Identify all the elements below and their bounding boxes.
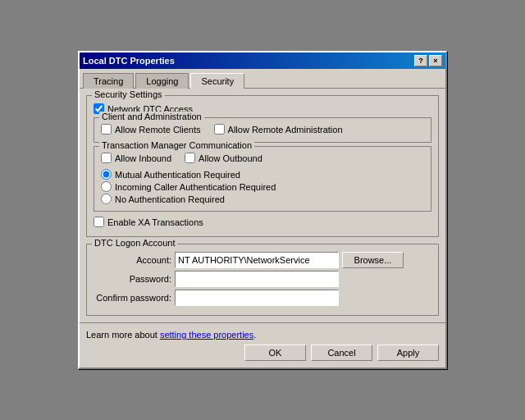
enable-xa-checkbox[interactable]: [94, 217, 104, 227]
allow-remote-admin-label: Allow Remote Administration: [228, 125, 343, 135]
tab-security[interactable]: Security: [190, 73, 244, 89]
tab-tracing[interactable]: Tracing: [83, 73, 134, 89]
auth-incoming-radio[interactable]: [101, 181, 112, 192]
password-row: Password:: [94, 271, 431, 287]
tab-logging[interactable]: Logging: [135, 73, 189, 89]
inbound-outbound-row: Allow Inbound Allow Outbound: [101, 150, 424, 166]
title-bar: Local DTC Properties ? ×: [80, 52, 445, 69]
learn-more-text: Learn more about setting these propertie…: [86, 330, 439, 340]
auth-incoming-label: Incoming Caller Authentication Required: [115, 182, 276, 192]
main-window: Local DTC Properties ? × Tracing Logging…: [78, 51, 447, 369]
transaction-manager-label: Transaction Manager Communication: [99, 140, 254, 150]
password-input[interactable]: [175, 271, 339, 287]
transaction-manager-group: Transaction Manager Communication Allow …: [94, 146, 431, 212]
confirm-password-input[interactable]: [175, 290, 339, 306]
auth-none-radio[interactable]: [101, 194, 112, 204]
enable-xa-row: Enable XA Transactions: [94, 217, 431, 227]
account-row: Account: Browse...: [94, 252, 431, 268]
confirm-password-label: Confirm password:: [94, 293, 171, 303]
logon-account-label: DTC Logon Account: [92, 238, 177, 248]
help-button[interactable]: ?: [414, 55, 427, 66]
security-settings-label: Security Settings: [92, 89, 165, 99]
allow-remote-clients-row: Allow Remote Clients: [101, 124, 201, 135]
setting-properties-link[interactable]: setting these properties: [160, 330, 253, 340]
allow-outbound-row: Allow Outbound: [185, 153, 262, 163]
confirm-password-row: Confirm password:: [94, 290, 431, 306]
allow-remote-admin-checkbox[interactable]: [214, 124, 225, 135]
allow-outbound-label: Allow Outbound: [199, 153, 262, 163]
allow-outbound-checkbox[interactable]: [185, 153, 195, 163]
apply-button[interactable]: Apply: [377, 345, 439, 361]
account-label: Account:: [94, 255, 171, 265]
account-input[interactable]: [175, 252, 339, 268]
auth-option-1-row: Incoming Caller Authentication Required: [101, 181, 424, 192]
title-bar-buttons: ? ×: [414, 55, 442, 66]
enable-xa-label: Enable XA Transactions: [107, 217, 203, 227]
ok-button[interactable]: OK: [244, 345, 306, 361]
button-row: OK Cancel Apply: [86, 345, 439, 361]
auth-option-0-row: Mutual Authentication Required: [101, 169, 424, 180]
allow-remote-clients-label: Allow Remote Clients: [115, 125, 201, 135]
window-title: Local DTC Properties: [83, 56, 175, 66]
browse-button[interactable]: Browse...: [342, 252, 404, 268]
security-settings-group: Security Settings Network DTC Access Cli…: [86, 95, 439, 237]
logon-account-group: DTC Logon Account Account: Browse... Pas…: [86, 244, 439, 316]
auth-mutual-radio[interactable]: [101, 169, 112, 180]
password-label: Password:: [94, 274, 171, 284]
bottom-bar: Learn more about setting these propertie…: [80, 322, 445, 368]
content-area: Security Settings Network DTC Access Cli…: [80, 88, 445, 322]
client-admin-group: Client and Administration Allow Remote C…: [94, 117, 431, 143]
auth-mutual-label: Mutual Authentication Required: [115, 170, 240, 180]
allow-remote-admin-row: Allow Remote Administration: [214, 124, 343, 135]
auth-none-label: No Authentication Required: [115, 194, 225, 204]
allow-remote-clients-checkbox[interactable]: [101, 124, 112, 135]
allow-inbound-checkbox[interactable]: [101, 153, 112, 163]
allow-inbound-row: Allow Inbound: [101, 153, 171, 163]
client-admin-options: Allow Remote Clients Allow Remote Admini…: [101, 121, 424, 137]
tab-bar: Tracing Logging Security: [80, 69, 445, 88]
client-admin-label: Client and Administration: [99, 112, 204, 121]
cancel-button[interactable]: Cancel: [311, 345, 372, 361]
close-button[interactable]: ×: [429, 55, 442, 66]
allow-inbound-label: Allow Inbound: [115, 153, 171, 163]
auth-option-2-row: No Authentication Required: [101, 194, 424, 204]
